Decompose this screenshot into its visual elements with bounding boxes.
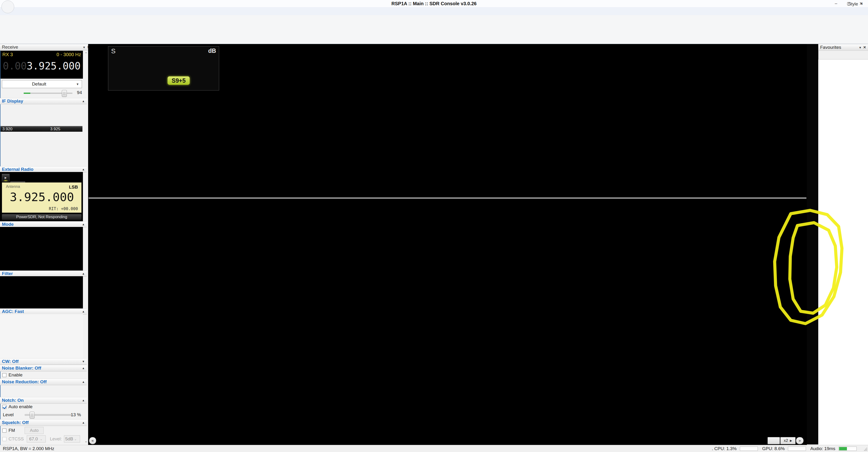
frequency-dim-digits: 0.00 — [3, 60, 27, 72]
profile-dropdown[interactable]: Default▼ — [2, 80, 82, 88]
mode-header[interactable]: Mode▲ — [0, 221, 87, 228]
favourites-title: Favourites — [820, 45, 841, 50]
external-radio-section: ► Track Refresh ? Antenna LSB 3.925.000 … — [0, 172, 83, 221]
external-radio-title: External Radio — [2, 167, 33, 172]
if-spectrum-canvas[interactable] — [0, 104, 83, 126]
squelch-header[interactable]: Squelch: Off▲ — [0, 419, 87, 426]
cw-header[interactable]: CW: Off▼ — [0, 358, 87, 365]
volume-slider[interactable] — [24, 93, 72, 94]
lcd-rit: RIT: +00.000 — [49, 206, 78, 211]
rx-label: RX 3 — [2, 52, 13, 57]
notch-auto-enable-label: Auto enable — [8, 404, 32, 409]
if-display-title: IF Display — [2, 98, 23, 104]
filter-title: Filter — [2, 271, 13, 276]
notch-level-handle[interactable] — [30, 412, 35, 419]
noise-blanker-enable-checkbox[interactable] — [2, 373, 6, 377]
profile-value: Default — [2, 82, 76, 87]
lcd-mode: LSB — [69, 185, 78, 190]
squelch-fm-checkbox[interactable] — [2, 428, 6, 432]
antenna-label: Antenna — [6, 185, 20, 189]
if-waterfall-canvas[interactable] — [0, 132, 83, 166]
ctcss-tone-dropdown[interactable]: 67.0⌄ — [27, 435, 46, 443]
notch-level-value: 13 % — [67, 412, 81, 417]
volume-row: 94 — [0, 89, 83, 98]
spectrum-frequency-axis[interactable] — [89, 189, 806, 198]
notch-auto-enable-checkbox[interactable] — [2, 405, 6, 409]
volume-value: 94 — [72, 90, 82, 95]
ribbon — [0, 15, 868, 44]
mode-section — [0, 227, 83, 271]
status-device: RSP1A, BW = 2.000 MHz — [3, 446, 54, 451]
external-radio-lcd: Antenna LSB 3.925.000 RIT: +00.000 — [2, 182, 82, 213]
squelch-auto-button[interactable]: Auto — [25, 427, 43, 434]
receive-panel-header[interactable]: Receive ▼ ✕ — [0, 44, 92, 51]
ctcss-label: CTCSS — [8, 436, 24, 442]
noise-blanker-header[interactable]: Noise Blanker: Off▲ — [0, 365, 87, 371]
style-label[interactable]: Style — [848, 1, 858, 7]
s-meter-scale — [108, 47, 219, 90]
audio-progress-bar — [839, 447, 857, 451]
s-meter-reading-badge: S9+5 — [167, 76, 190, 85]
favourites-tree — [818, 59, 868, 445]
receive-panel-title: Receive — [2, 44, 18, 50]
ctcss-level-label: Level: — [50, 436, 62, 442]
menu-tab-row — [0, 7, 868, 16]
mode-title: Mode — [2, 222, 14, 227]
notch-auto-row: Auto enable — [2, 404, 32, 409]
filter-section — [0, 276, 83, 308]
noise-blanker-title: Noise Blanker: Off — [2, 365, 41, 371]
status-audio: Audio: 19ms — [810, 446, 835, 451]
squelch-title: Squelch: Off — [2, 420, 29, 425]
waterfall-frequency-axis[interactable] — [89, 436, 806, 445]
noise-blanker-enable-label: Enable — [8, 372, 23, 378]
resize-grip[interactable] — [864, 448, 867, 451]
minimize-button[interactable]: – — [831, 0, 841, 7]
squelch-fm-label: FM — [8, 428, 15, 433]
ctcss-checkbox[interactable] — [2, 437, 6, 441]
agc-title: AGC: Fast — [2, 309, 24, 314]
rx-frequency-display[interactable]: RX 3 0 - 3000 Hz 0.003.925.000 — [0, 51, 83, 79]
cpu-progress-bar — [740, 447, 758, 451]
volume-handle[interactable] — [62, 90, 67, 97]
notch-level-slider[interactable] — [25, 414, 71, 416]
waterfall-keyboard-icon[interactable] — [768, 437, 780, 444]
if-axis-right-label: 3.925 — [50, 127, 60, 131]
s-meter-s-label: S — [111, 48, 116, 55]
if-display-header[interactable]: IF Display▲ — [0, 98, 87, 104]
noise-blanker-enable-row: Enable — [2, 372, 23, 378]
style-dropdown-arrow[interactable]: ▼ — [861, 2, 863, 6]
agc-section — [0, 314, 83, 358]
status-bar: RSP1A, BW = 2.000 MHz . CPU: 1.3% GPU: 8… — [0, 445, 868, 452]
frequency-digits: 3.925.000 — [27, 60, 81, 72]
external-radio-header[interactable]: External Radio▲ — [0, 166, 87, 173]
app-icon[interactable] — [1, 0, 14, 13]
favourites-toolbar — [818, 51, 868, 59]
squelch-fm-row: FM Auto — [2, 427, 43, 434]
status-gpu: GPU: 8.6% — [762, 446, 785, 451]
audio-progress-fill — [839, 447, 847, 450]
status-cpu: . CPU: 1.3% — [712, 446, 737, 451]
noise-reduction-header[interactable]: Noise Reduction: Off▲ — [0, 379, 87, 385]
notch-level-row: Level 13 % — [0, 411, 83, 418]
ctcss-level-dropdown[interactable]: 5dB⌄ — [64, 435, 80, 443]
external-radio-arrow-button[interactable]: ► — [2, 174, 9, 181]
waterfall-back-icon[interactable]: « — [89, 437, 96, 444]
notch-level-label: Level — [3, 412, 13, 417]
agc-header[interactable]: AGC: Fast▲ — [0, 308, 87, 314]
waterfall-forward-icon[interactable]: » — [796, 437, 804, 444]
visual-gain-scale[interactable] — [807, 44, 818, 445]
window-title: RSP1A :: Main :: SDR Console v3.0.26 — [0, 1, 868, 6]
panel-scroll-up-icon[interactable]: ⌃ — [84, 52, 88, 55]
noise-reduction-title: Noise Reduction: Off — [2, 379, 47, 385]
external-radio-status: PowerSDR, Not Responding — [2, 214, 82, 220]
panel-scroll-down-icon[interactable]: ⌄ — [84, 439, 88, 443]
favourites-header[interactable]: Favourites ▼ ✕ — [818, 44, 868, 51]
notch-title: Notch: On — [2, 398, 24, 403]
waterfall-canvas[interactable] — [89, 199, 806, 436]
waterfall-zoom-button[interactable]: x2▶ — [780, 437, 796, 444]
lcd-frequency: 3.925.000 — [2, 190, 82, 204]
squelch-ctcss-row: CTCSS 67.0⌄ Level: 5dB⌄ — [2, 435, 80, 443]
if-frequency-axis[interactable]: 3.920 3.925 — [0, 126, 83, 132]
notch-header[interactable]: Notch: On▲ — [0, 397, 87, 404]
filter-header[interactable]: Filter▲ — [0, 271, 87, 277]
